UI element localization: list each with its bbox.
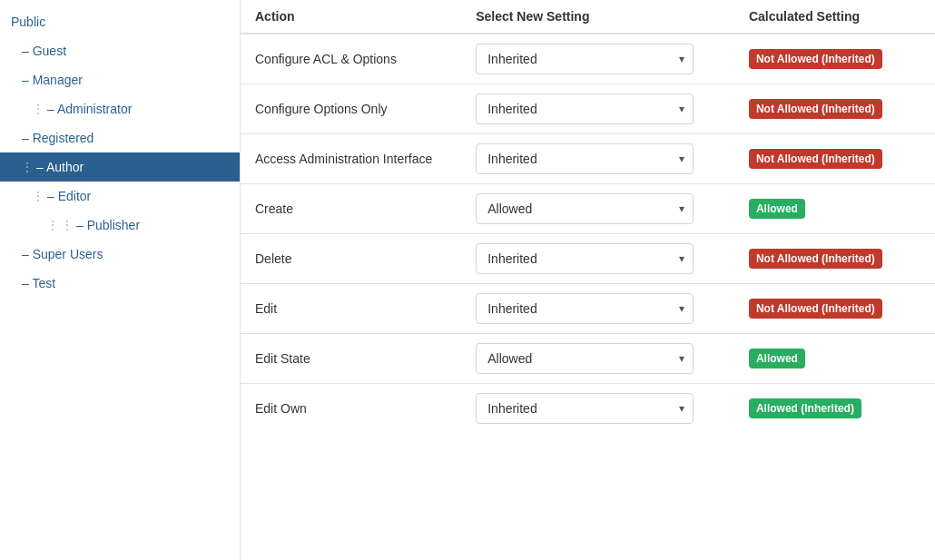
col-header-select: Select New Setting <box>461 0 734 34</box>
calculated-cell-configure-acl: Not Allowed (Inherited) <box>734 34 935 84</box>
sidebar-item-label-registered: – Registered <box>22 131 94 145</box>
drag-handle-icon: ⋮ <box>33 103 44 115</box>
select-cell-edit-state: InheritedAllowedDenied▾ <box>461 334 734 384</box>
sidebar-item-test[interactable]: – Test <box>0 269 240 298</box>
select-cell-configure-options: InheritedAllowedDenied▾ <box>461 84 734 134</box>
col-header-action: Action <box>241 0 461 34</box>
action-label-configure-acl: Configure ACL & Options <box>241 34 461 84</box>
table-row-edit: EditInheritedAllowedDenied▾Not Allowed (… <box>241 284 935 334</box>
action-label-access-admin: Access Administration Interface <box>241 134 461 184</box>
drag-handle-icon: ⋮ <box>22 161 33 173</box>
select-dropdown-configure-acl[interactable]: InheritedAllowedDenied <box>476 44 694 74</box>
calculated-cell-edit: Not Allowed (Inherited) <box>734 284 935 334</box>
select-dropdown-create[interactable]: InheritedAllowedDenied <box>476 193 694 224</box>
sidebar-item-superusers[interactable]: – Super Users <box>0 240 240 269</box>
select-dropdown-access-admin[interactable]: InheritedAllowedDenied <box>476 143 694 174</box>
action-label-delete: Delete <box>241 234 461 284</box>
select-dropdown-edit-state[interactable]: InheritedAllowedDenied <box>476 343 694 374</box>
calculated-cell-edit-state: Allowed <box>734 334 935 384</box>
calculated-badge-configure-acl: Not Allowed (Inherited) <box>749 49 882 69</box>
acl-table: Action Select New Setting Calculated Set… <box>241 0 935 433</box>
sidebar-item-label-administrator: – Administrator <box>47 102 132 116</box>
drag-handle-icon: ⋮ <box>33 190 44 202</box>
calculated-badge-configure-options: Not Allowed (Inherited) <box>749 99 882 119</box>
sidebar-item-label-publisher: – Publisher <box>76 218 140 232</box>
sidebar-item-administrator[interactable]: ⋮– Administrator <box>0 94 240 123</box>
table-row-configure-options: Configure Options OnlyInheritedAllowedDe… <box>241 84 935 134</box>
select-cell-access-admin: InheritedAllowedDenied▾ <box>461 134 734 184</box>
select-dropdown-delete[interactable]: InheritedAllowedDenied <box>476 243 694 274</box>
drag-handle-icon-2: ⋮ <box>62 219 73 231</box>
drag-handle-icon: ⋮ <box>47 219 58 231</box>
action-label-edit-state: Edit State <box>241 334 461 384</box>
col-header-calculated: Calculated Setting <box>734 0 935 34</box>
table-row-edit-state: Edit StateInheritedAllowedDenied▾Allowed <box>241 334 935 384</box>
sidebar-item-guest[interactable]: – Guest <box>0 36 240 65</box>
sidebar-item-registered[interactable]: – Registered <box>0 123 240 152</box>
table-row-edit-own: Edit OwnInheritedAllowedDenied▾Allowed (… <box>241 384 935 434</box>
sidebar-item-editor[interactable]: ⋮– Editor <box>0 182 240 211</box>
calculated-badge-create: Allowed <box>749 199 805 219</box>
calculated-badge-edit-state: Allowed <box>749 349 805 368</box>
sidebar-item-author[interactable]: ⋮– Author <box>0 152 240 182</box>
table-row-delete: DeleteInheritedAllowedDenied▾Not Allowed… <box>241 234 935 284</box>
calculated-badge-edit: Not Allowed (Inherited) <box>749 299 882 319</box>
select-cell-create: InheritedAllowedDenied▾ <box>461 184 734 234</box>
calculated-badge-delete: Not Allowed (Inherited) <box>749 249 882 269</box>
acl-table-body: Configure ACL & OptionsInheritedAllowedD… <box>241 34 935 433</box>
sidebar-item-manager[interactable]: – Manager <box>0 65 240 94</box>
calculated-badge-edit-own: Allowed (Inherited) <box>749 398 861 418</box>
sidebar-item-label-author: – Author <box>36 160 84 174</box>
select-dropdown-configure-options[interactable]: InheritedAllowedDenied <box>476 93 694 124</box>
main-content: Action Select New Setting Calculated Set… <box>241 0 935 560</box>
calculated-cell-create: Allowed <box>734 184 935 234</box>
sidebar: Public– Guest– Manager⋮– Administrator– … <box>0 0 241 560</box>
calculated-cell-edit-own: Allowed (Inherited) <box>734 384 935 434</box>
select-cell-edit: InheritedAllowedDenied▾ <box>461 284 734 334</box>
sidebar-item-label-guest: – Guest <box>22 44 66 58</box>
calculated-cell-configure-options: Not Allowed (Inherited) <box>734 84 935 134</box>
select-cell-edit-own: InheritedAllowedDenied▾ <box>461 384 734 434</box>
sidebar-item-label-manager: – Manager <box>22 73 83 87</box>
select-dropdown-edit-own[interactable]: InheritedAllowedDenied <box>476 393 694 424</box>
action-label-edit-own: Edit Own <box>241 384 461 434</box>
sidebar-item-label-editor: – Editor <box>47 189 91 203</box>
sidebar-item-label-public: Public <box>11 15 45 29</box>
select-dropdown-edit[interactable]: InheritedAllowedDenied <box>476 293 694 324</box>
sidebar-item-publisher[interactable]: ⋮⋮– Publisher <box>0 211 240 240</box>
action-label-edit: Edit <box>241 284 461 334</box>
calculated-cell-delete: Not Allowed (Inherited) <box>734 234 935 284</box>
sidebar-item-label-superusers: – Super Users <box>22 247 103 261</box>
table-row-configure-acl: Configure ACL & OptionsInheritedAllowedD… <box>241 34 935 84</box>
calculated-badge-access-admin: Not Allowed (Inherited) <box>749 149 882 169</box>
sidebar-item-label-test: – Test <box>22 276 55 290</box>
calculated-cell-access-admin: Not Allowed (Inherited) <box>734 134 935 184</box>
table-row-create: CreateInheritedAllowedDenied▾Allowed <box>241 184 935 234</box>
sidebar-item-public[interactable]: Public <box>0 7 240 36</box>
select-cell-delete: InheritedAllowedDenied▾ <box>461 234 734 284</box>
action-label-create: Create <box>241 184 461 234</box>
action-label-configure-options: Configure Options Only <box>241 84 461 134</box>
table-row-access-admin: Access Administration InterfaceInherited… <box>241 134 935 184</box>
select-cell-configure-acl: InheritedAllowedDenied▾ <box>461 34 734 84</box>
